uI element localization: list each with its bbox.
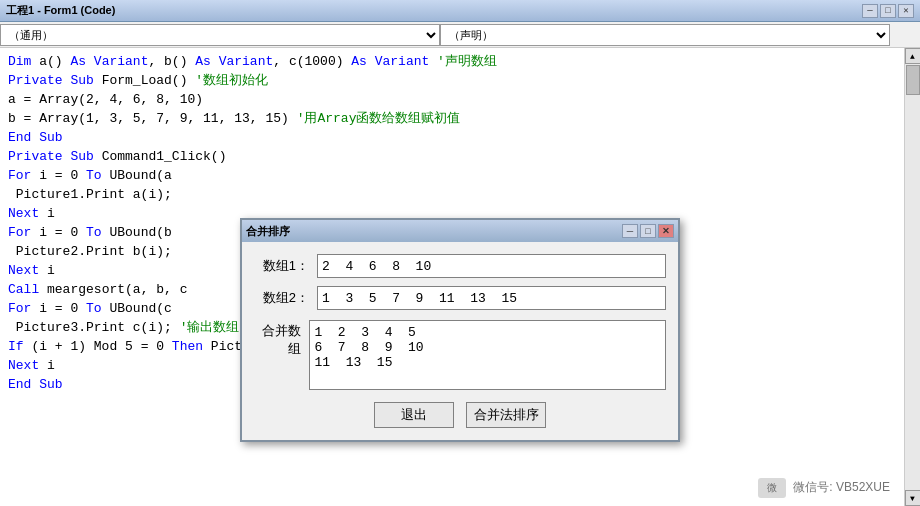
code-line: b = Array(1, 3, 5, 7, 9, 11, 13, 15) '用A…	[8, 109, 896, 128]
merged-textarea[interactable]	[309, 320, 666, 390]
code-area: Dim a() As Variant, b() As Variant, c(10…	[0, 48, 920, 506]
scroll-thumb[interactable]	[906, 65, 920, 95]
code-line: Picture1.Print a(i);	[8, 185, 896, 204]
code-line: Private Sub Form_Load() '数组初始化	[8, 71, 896, 90]
merged-row: 合并数组	[254, 318, 666, 390]
merge-sort-dialog: 合并排序 ─ □ ✕ 数组1： 数组2： 合并数组 退出 合并法排序	[240, 218, 680, 442]
array1-input[interactable]	[317, 254, 666, 278]
dialog-title-text: 合并排序	[246, 224, 290, 239]
procedure-dropdown[interactable]: （声明）	[440, 24, 890, 46]
toolbar: （通用） （声明）	[0, 22, 920, 48]
scroll-track	[905, 64, 921, 490]
context-dropdown[interactable]: （通用）	[0, 24, 440, 46]
window-title: 工程1 - Form1 (Code)	[6, 3, 115, 18]
dialog-buttons: 退出 合并法排序	[254, 402, 666, 428]
exit-button[interactable]: 退出	[374, 402, 454, 428]
merged-label: 合并数组	[254, 322, 301, 358]
close-button[interactable]: ✕	[898, 4, 914, 18]
code-line: Dim a() As Variant, b() As Variant, c(10…	[8, 52, 896, 71]
array2-row: 数组2：	[254, 286, 666, 310]
dialog-close-button[interactable]: ✕	[658, 224, 674, 238]
dialog-title-buttons: ─ □ ✕	[622, 224, 674, 238]
code-line: For i = 0 To UBound(a	[8, 166, 896, 185]
minimize-button[interactable]: ─	[862, 4, 878, 18]
code-line: a = Array(2, 4, 6, 8, 10)	[8, 90, 896, 109]
dialog-minimize-button[interactable]: ─	[622, 224, 638, 238]
dialog-maximize-button[interactable]: □	[640, 224, 656, 238]
scrollbar[interactable]: ▲ ▼	[904, 48, 920, 506]
dialog-title-bar: 合并排序 ─ □ ✕	[242, 220, 678, 242]
array2-label: 数组2：	[254, 289, 309, 307]
dialog-body: 数组1： 数组2： 合并数组 退出 合并法排序	[242, 242, 678, 440]
scroll-up-button[interactable]: ▲	[905, 48, 921, 64]
scroll-down-button[interactable]: ▼	[905, 490, 921, 506]
merge-sort-button[interactable]: 合并法排序	[466, 402, 546, 428]
array1-row: 数组1：	[254, 254, 666, 278]
array2-input[interactable]	[317, 286, 666, 310]
title-bar-buttons: ─ □ ✕	[862, 4, 914, 18]
title-bar: 工程1 - Form1 (Code) ─ □ ✕	[0, 0, 920, 22]
code-line: End Sub	[8, 128, 896, 147]
array1-label: 数组1：	[254, 257, 309, 275]
maximize-button[interactable]: □	[880, 4, 896, 18]
code-line: Private Sub Command1_Click()	[8, 147, 896, 166]
